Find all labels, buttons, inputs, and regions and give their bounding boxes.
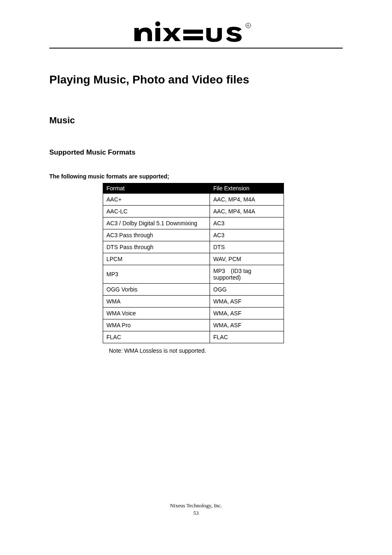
format-cell: OGG Vorbis <box>103 284 210 296</box>
extension-cell: MP3 (ID3 tag supported) <box>210 265 284 284</box>
format-cell: WMA Pro <box>103 319 210 331</box>
note-text: Note: WMA Lossless is not supported. <box>109 347 343 354</box>
table-row: AC3 Pass throughAC3 <box>103 229 284 241</box>
svg-rect-1 <box>155 28 160 41</box>
footer-company: Nixeus Technology, Inc. <box>49 502 343 509</box>
svg-text:R: R <box>247 24 249 28</box>
page-title: Playing Music, Photo and Video files <box>49 73 343 86</box>
table-row: FLACFLAC <box>103 331 284 343</box>
lead-text: The following music formats are supporte… <box>49 173 343 180</box>
music-formats-table: Format File Extension AAC+AAC, MP4, M4AA… <box>103 183 284 343</box>
header-divider <box>49 48 343 49</box>
format-cell: LPCM <box>103 253 210 265</box>
extension-cell: AC3 <box>210 229 284 241</box>
table-row: LPCMWAV, PCM <box>103 253 284 265</box>
footer-page-number: 53 <box>49 509 343 517</box>
extension-cell: OGG <box>210 284 284 296</box>
format-cell: AC3 / Dolby Digital 5.1 Downmixing <box>103 217 210 229</box>
brand-logo: R <box>49 21 343 48</box>
extension-cell: FLAC <box>210 331 284 343</box>
extension-cell: AAC, MP4, M4A <box>210 194 284 206</box>
table-row: WMA ProWMA, ASF <box>103 319 284 331</box>
format-cell: AC3 Pass through <box>103 229 210 241</box>
table-row: OGG VorbisOGG <box>103 284 284 296</box>
extension-cell: WMA, ASF <box>210 308 284 319</box>
extension-cell: AC3 <box>210 217 284 229</box>
table-row: WMA VoiceWMA, ASF <box>103 308 284 319</box>
format-cell: DTS Pass through <box>103 241 210 253</box>
table-row: MP3MP3 (ID3 tag supported) <box>103 265 284 284</box>
extension-cell: AAC, MP4, M4A <box>210 206 284 217</box>
format-cell: WMA Voice <box>103 308 210 319</box>
table-row: AAC-LCAAC, MP4, M4A <box>103 206 284 217</box>
svg-point-0 <box>155 21 160 26</box>
format-cell: AAC+ <box>103 194 210 206</box>
subsection-heading-formats: Supported Music Formats <box>49 148 343 157</box>
page-footer: Nixeus Technology, Inc. 53 <box>49 502 343 517</box>
extension-cell: DTS <box>210 241 284 253</box>
section-heading-music: Music <box>49 115 343 126</box>
extension-cell: WAV, PCM <box>210 253 284 265</box>
extension-cell: WMA, ASF <box>210 296 284 308</box>
format-cell: FLAC <box>103 331 210 343</box>
svg-rect-3 <box>183 36 203 40</box>
extension-cell: WMA, ASF <box>210 319 284 331</box>
table-row: AAC+AAC, MP4, M4A <box>103 194 284 206</box>
table-row: WMAWMA, ASF <box>103 296 284 308</box>
svg-rect-2 <box>183 30 203 34</box>
table-row: AC3 / Dolby Digital 5.1 DownmixingAC3 <box>103 217 284 229</box>
format-cell: WMA <box>103 296 210 308</box>
format-cell: AAC-LC <box>103 206 210 217</box>
table-row: DTS Pass throughDTS <box>103 241 284 253</box>
format-cell: MP3 <box>103 265 210 284</box>
table-header-extension: File Extension <box>210 183 284 194</box>
table-header-format: Format <box>103 183 210 194</box>
